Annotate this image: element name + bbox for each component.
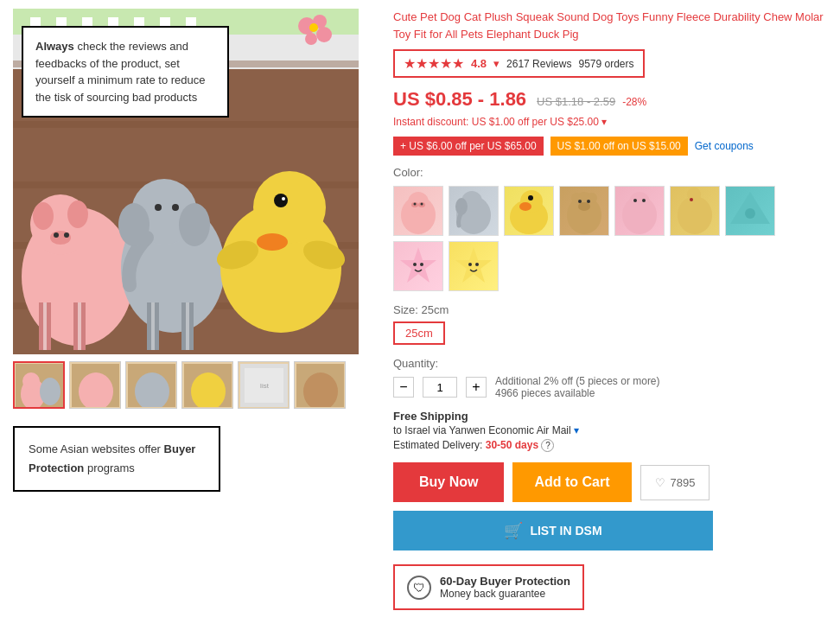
color-swatch-star-yellow[interactable] <box>449 241 499 291</box>
quantity-info-line2: 4966 pieces available <box>495 387 660 399</box>
thumbnail-1[interactable] <box>13 361 65 409</box>
wishlist-count: 7895 <box>671 476 696 489</box>
product-tip-box: Always check the reviews and feedbacks o… <box>22 26 229 118</box>
svg-marker-96 <box>455 247 492 283</box>
svg-point-43 <box>257 233 288 251</box>
order-count: 9579 orders <box>578 58 633 70</box>
svg-marker-91 <box>730 192 770 224</box>
color-swatch-bear[interactable] <box>559 186 609 236</box>
thumbnail-2[interactable] <box>69 361 121 409</box>
buyer-protection-info-box: Some Asian websites offer Buyer Protecti… <box>13 426 220 492</box>
svg-point-95 <box>420 263 423 266</box>
heart-icon: ♡ <box>655 476 665 489</box>
buyer-protection-shield-icon: 🛡 <box>407 576 431 600</box>
quantity-info-line1: Additional 2% off (5 pieces or more) <box>495 375 660 387</box>
rating-bar: ★★★★★ 4.8 ▾ 2617 Reviews 9579 orders <box>393 49 645 78</box>
color-swatch-pink[interactable] <box>614 186 665 236</box>
svg-text:list: list <box>260 382 270 390</box>
color-swatch-star-pink[interactable] <box>393 241 443 291</box>
color-swatch-elephant[interactable] <box>449 186 499 236</box>
svg-point-90 <box>690 198 693 201</box>
coupon-button-1[interactable]: + US $6.00 off per US $65.00 <box>393 137 544 156</box>
svg-point-89 <box>687 188 701 201</box>
svg-point-51 <box>40 378 60 405</box>
coupon-button-2[interactable]: US $1.00 off on US $15.00 <box>550 137 688 156</box>
svg-rect-26 <box>43 302 47 350</box>
svg-point-82 <box>587 200 590 203</box>
thumbnail-3[interactable] <box>125 361 177 409</box>
svg-rect-38 <box>151 302 155 350</box>
svg-point-80 <box>578 202 590 211</box>
price-section: US $0.85 - 1.86 US $1.18 - 2.59 -28% Ins… <box>393 88 827 128</box>
buyer-protection-text: 60-Day Buyer Protection Money back guara… <box>440 575 570 600</box>
tip-text: Always check the reviews and feedbacks o… <box>35 40 206 104</box>
svg-point-68 <box>421 203 423 206</box>
svg-point-67 <box>414 203 417 206</box>
action-row: Buy Now Add to Cart ♡ 7895 <box>393 462 827 502</box>
free-shipping-label: Free Shipping <box>393 410 827 423</box>
quantity-label: Quantity: <box>393 357 827 370</box>
buyer-protection-section: 🛡 60-Day Buyer Protection Money back gua… <box>393 564 584 610</box>
delivery-days: 30-50 days <box>486 439 538 451</box>
thumbnail-6[interactable] <box>294 361 346 409</box>
wishlist-button[interactable]: ♡ 7895 <box>640 465 710 500</box>
svg-point-81 <box>578 200 582 203</box>
stars-icon: ★★★★★ <box>404 55 464 72</box>
svg-point-33 <box>118 203 150 246</box>
quantity-section: Quantity: − + Additional 2% off (5 piece… <box>393 357 827 399</box>
cart-icon: 🛒 <box>504 521 523 540</box>
size-options: 25cm <box>393 321 827 345</box>
delivery-info-icon[interactable]: ? <box>541 439 554 452</box>
svg-point-29 <box>33 202 54 230</box>
svg-point-24 <box>64 232 69 238</box>
svg-point-12 <box>316 27 332 42</box>
color-swatch-pig[interactable] <box>393 186 443 236</box>
price-row: US $0.85 - 1.86 US $1.18 - 2.59 -28% <box>393 88 827 111</box>
price-main: US $0.85 - 1.86 <box>393 88 526 111</box>
color-swatch-duck[interactable] <box>504 186 554 236</box>
svg-rect-16 <box>13 121 359 128</box>
color-swatch-giraffe[interactable] <box>670 186 720 236</box>
thumbnail-4[interactable] <box>181 361 233 409</box>
review-count: 2617 Reviews <box>506 58 571 70</box>
shipping-section: Free Shipping to Israel via Yanwen Econo… <box>393 410 827 452</box>
svg-rect-40 <box>186 302 189 350</box>
rating-number: 4.8 <box>471 57 487 70</box>
svg-point-42 <box>253 171 326 244</box>
quantity-row: − + Additional 2% off (5 pieces or more)… <box>393 375 827 399</box>
quantity-input[interactable] <box>423 377 457 398</box>
instant-discount-icon[interactable]: ▾ <box>601 116 607 128</box>
svg-rect-28 <box>78 302 81 350</box>
svg-marker-93 <box>400 247 436 283</box>
svg-point-86 <box>642 199 646 202</box>
main-product-image: Always check the reviews and feedbacks o… <box>13 9 359 354</box>
product-title: Cute Pet Dog Cat Plush Squeak Sound Dog … <box>393 9 827 42</box>
svg-point-13 <box>305 33 317 45</box>
buyer-info-text: Some Asian websites offer Buyer Protecti… <box>29 442 195 474</box>
svg-point-64 <box>408 192 429 213</box>
svg-point-34 <box>179 203 210 246</box>
shipping-dropdown[interactable]: ▾ <box>574 424 579 436</box>
product-image-area: Always check the reviews and feedbacks o… <box>13 9 359 354</box>
quantity-increase-button[interactable]: + <box>466 377 487 398</box>
color-section: Color: <box>393 166 827 291</box>
svg-point-36 <box>172 204 179 211</box>
svg-point-85 <box>633 199 637 202</box>
buy-now-button[interactable]: Buy Now <box>393 462 504 502</box>
rating-dropdown-icon[interactable]: ▾ <box>493 57 500 70</box>
get-coupons-link[interactable]: Get coupons <box>695 140 754 152</box>
color-options <box>393 186 827 291</box>
svg-point-50 <box>22 372 40 390</box>
page-container: Always check the reviews and feedbacks o… <box>0 0 840 619</box>
quantity-decrease-button[interactable]: − <box>393 377 414 398</box>
color-swatch-teal[interactable] <box>725 186 775 236</box>
shipping-detail: to Israel via Yanwen Economic Air Mail ▾ <box>393 424 827 436</box>
size-label: Size: 25cm <box>393 303 827 316</box>
add-to-cart-button[interactable]: Add to Cart <box>512 462 631 502</box>
svg-point-23 <box>54 232 59 238</box>
size-button-25cm[interactable]: 25cm <box>393 321 445 345</box>
price-discount: -28% <box>622 96 646 108</box>
svg-point-97 <box>468 263 472 266</box>
thumbnail-5[interactable]: list <box>238 361 290 409</box>
list-in-dsm-button[interactable]: 🛒 LIST IN DSM <box>393 511 713 550</box>
